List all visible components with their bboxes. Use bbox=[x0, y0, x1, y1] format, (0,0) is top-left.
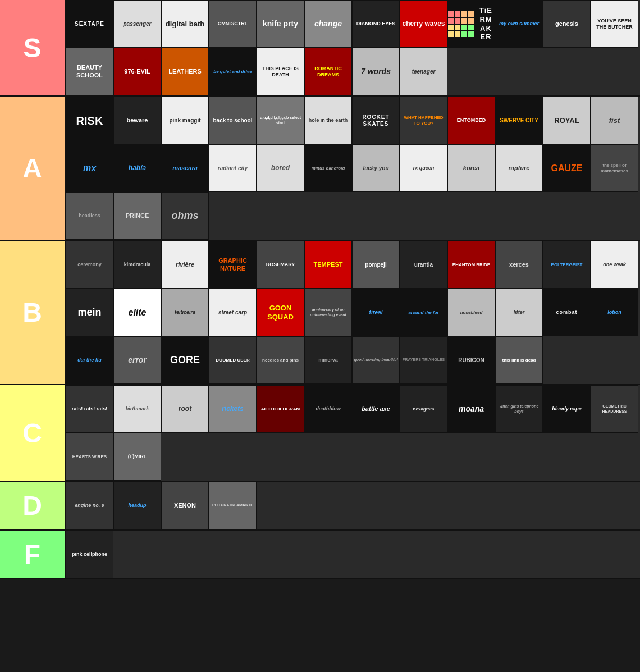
tier-cell[interactable]: lotion bbox=[591, 289, 638, 336]
tier-cell[interactable]: deathblow bbox=[304, 385, 352, 433]
tier-cell[interactable]: ROMANTIC DREAMS bbox=[304, 48, 352, 95]
tier-cell[interactable]: SEXTAPE bbox=[66, 0, 113, 48]
tier-cell[interactable]: ROYAL bbox=[543, 97, 591, 144]
tier-cell[interactable]: hole in the earth bbox=[304, 97, 352, 144]
tier-cell[interactable]: XENON bbox=[161, 482, 209, 529]
tier-cell[interactable]: rickets bbox=[209, 385, 257, 433]
tier-cell[interactable]: urantia bbox=[400, 241, 447, 289]
tier-cell[interactable]: WHAT HAPPENED TO YOU? bbox=[400, 97, 447, 144]
tier-cell[interactable]: PRAYERS TRIANGLES bbox=[400, 336, 447, 384]
tier-cell[interactable]: minus blindfold bbox=[304, 144, 352, 192]
tier-cell[interactable]: ACID HOLOGRAM bbox=[257, 385, 304, 433]
tier-cell[interactable]: GORE bbox=[161, 336, 209, 384]
tier-cell[interactable]: DOOMED USER bbox=[209, 336, 257, 384]
tier-cell[interactable]: SWERVE CITY bbox=[495, 97, 543, 144]
tier-cell[interactable]: feiticeira bbox=[161, 289, 209, 336]
tier-cell[interactable]: ROSEMARY bbox=[257, 241, 304, 289]
tier-cell[interactable]: my own summer bbox=[495, 0, 543, 48]
tier-cell[interactable]: root bbox=[161, 385, 209, 433]
tier-cell[interactable]: kimdracula bbox=[113, 241, 161, 289]
tier-cell[interactable]: GAUZE bbox=[543, 144, 591, 192]
tier-cell[interactable]: change bbox=[304, 0, 352, 48]
tier-cell[interactable]: pink cellphone bbox=[66, 531, 113, 578]
tier-cell[interactable]: genesis bbox=[543, 0, 591, 48]
tier-cell[interactable]: good morning beautiful bbox=[352, 336, 400, 384]
tier-cell[interactable]: bloody cape bbox=[543, 385, 591, 433]
tier-cell[interactable]: POLTERGEIST bbox=[543, 241, 591, 289]
tier-cell[interactable]: around the fur bbox=[400, 289, 447, 336]
tier-cell[interactable]: korea bbox=[447, 144, 495, 192]
tier-cell[interactable]: 976-EVIL bbox=[113, 48, 161, 95]
tier-cell[interactable]: birthmark bbox=[113, 385, 161, 433]
tier-cell[interactable]: LEATHERS bbox=[161, 48, 209, 95]
tier-cell[interactable]: back to school bbox=[209, 97, 257, 144]
tier-cell[interactable]: mein bbox=[66, 289, 113, 336]
tier-cell[interactable]: 7 words bbox=[352, 48, 400, 95]
tier-cell[interactable]: RUBICON bbox=[447, 336, 495, 384]
tier-cell[interactable]: ROCKET SKATES bbox=[352, 97, 400, 144]
tier-cell[interactable]: radiant city bbox=[209, 144, 257, 192]
tier-cell[interactable]: elite bbox=[113, 289, 161, 336]
tier-cell[interactable]: dai the flu bbox=[66, 336, 113, 384]
tier-cell[interactable]: pompeji bbox=[352, 241, 400, 289]
tier-cell[interactable]: one weak bbox=[591, 241, 638, 289]
tier-cell[interactable]: headup bbox=[113, 482, 161, 529]
tier-cell[interactable]: u,u,d,d l,r,l,r,a,b select start bbox=[257, 97, 304, 144]
tier-cell[interactable]: GRAPHIC NATURE bbox=[209, 241, 257, 289]
tier-cell[interactable]: YOU'VE SEEN THE BUTCHER bbox=[591, 0, 638, 48]
tier-cell[interactable]: moana bbox=[447, 385, 495, 433]
tier-cell[interactable]: error bbox=[113, 336, 161, 384]
tier-cell[interactable]: ohms bbox=[161, 192, 209, 240]
tier-cell[interactable]: fist bbox=[591, 97, 638, 144]
tier-cell[interactable]: rats! rats! rats! bbox=[66, 385, 113, 433]
tier-cell[interactable]: PITTURA INFAMANTE bbox=[209, 482, 257, 529]
tier-cell[interactable]: RISK bbox=[66, 97, 113, 144]
tier-cell[interactable]: hexagram bbox=[400, 385, 447, 433]
tier-cell[interactable]: when girls telephone boys bbox=[495, 385, 543, 433]
tier-cell[interactable]: battle axe bbox=[352, 385, 400, 433]
tier-cell[interactable]: mx bbox=[66, 144, 113, 192]
tier-cell[interactable]: engine no. 9 bbox=[66, 482, 113, 529]
tier-cell[interactable]: lucky you bbox=[352, 144, 400, 192]
tier-cell[interactable]: BEAUTY SCHOOL bbox=[66, 48, 113, 95]
tier-cell[interactable]: minerva bbox=[304, 336, 352, 384]
tier-cell[interactable]: CMND/CTRL bbox=[209, 0, 257, 48]
tier-cell[interactable]: ENTOMBED bbox=[447, 97, 495, 144]
tier-cell[interactable]: nosebleed bbox=[447, 289, 495, 336]
tier-cell[interactable]: pink maggit bbox=[161, 97, 209, 144]
tier-cell[interactable]: the spell of mathematics bbox=[591, 144, 638, 192]
tier-cell[interactable]: TiERMAKER bbox=[447, 0, 495, 48]
tier-cell[interactable]: mascara bbox=[161, 144, 209, 192]
tier-cell[interactable]: THIS PLACE IS DEATH bbox=[257, 48, 304, 95]
tier-cell[interactable]: knife prty bbox=[257, 0, 304, 48]
tier-cell[interactable]: street carp bbox=[209, 289, 257, 336]
tier-cell[interactable]: passenger bbox=[113, 0, 161, 48]
tier-cell[interactable]: headless bbox=[66, 192, 113, 240]
tier-cell[interactable]: HEARTS WIRES bbox=[66, 433, 113, 481]
tier-cell[interactable]: ceremony bbox=[66, 241, 113, 289]
tier-cell[interactable]: be quiet and drive bbox=[209, 48, 257, 95]
tier-cell[interactable]: beware bbox=[113, 97, 161, 144]
tier-cell[interactable]: (L)MIRL bbox=[113, 433, 161, 481]
tier-cell[interactable]: needles and pins bbox=[257, 336, 304, 384]
tier-cell[interactable]: GEOMETRIC HEADDRESS bbox=[591, 385, 638, 433]
tier-cell[interactable]: this link is dead bbox=[495, 336, 543, 384]
tier-cell[interactable]: GOON SQUAD bbox=[257, 289, 304, 336]
tier-cell[interactable]: cherry waves bbox=[400, 0, 447, 48]
tier-cell[interactable]: digital bath bbox=[161, 0, 209, 48]
tier-cell[interactable]: bored bbox=[257, 144, 304, 192]
tier-cell[interactable]: PHANTOM BRIDE bbox=[447, 241, 495, 289]
tier-cell[interactable]: combat bbox=[543, 289, 591, 336]
tier-cell[interactable]: rapture bbox=[495, 144, 543, 192]
tier-cell[interactable]: xerces bbox=[495, 241, 543, 289]
tier-cell[interactable]: PRINCE bbox=[113, 192, 161, 240]
tier-cell[interactable]: había bbox=[113, 144, 161, 192]
tier-cell[interactable]: lifter bbox=[495, 289, 543, 336]
tier-cell[interactable]: rx queen bbox=[400, 144, 447, 192]
tier-cell[interactable]: anniversary of an uninteresting event bbox=[304, 289, 352, 336]
tier-cell[interactable]: rivière bbox=[161, 241, 209, 289]
tier-cell[interactable]: fireal bbox=[352, 289, 400, 336]
tier-cell[interactable]: DIAMOND EYES bbox=[352, 0, 400, 48]
tier-cell[interactable]: TEMPEST bbox=[304, 241, 352, 289]
tier-cell[interactable]: teenager bbox=[400, 48, 447, 95]
